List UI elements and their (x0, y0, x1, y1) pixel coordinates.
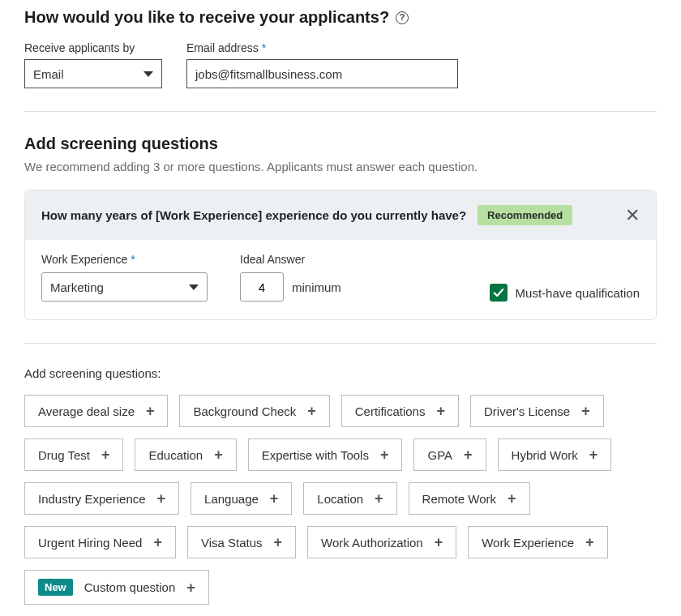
add-questions-label: Add screening questions: (24, 366, 657, 380)
screening-pill[interactable]: Drug Test+ (24, 438, 123, 471)
close-icon[interactable]: ✕ (625, 207, 640, 225)
screening-pill[interactable]: Education+ (135, 438, 236, 471)
receive-fields: Receive applicants by Email Email addres… (24, 41, 657, 88)
screening-helper: We recommend adding 3 or more questions.… (24, 160, 657, 173)
minimum-label: minimum (292, 280, 341, 294)
chevron-down-icon (143, 71, 153, 77)
screening-question-pills: Average deal size+Background Check+Certi… (24, 395, 657, 605)
pill-label: Urgent Hiring Need (38, 536, 142, 550)
pill-label: Visa Status (201, 536, 263, 550)
plus-icon: + (153, 535, 162, 550)
screening-question-card: How many years of [Work Experience] expe… (24, 190, 657, 320)
divider (24, 111, 657, 112)
screening-pill[interactable]: Industry Experience+ (24, 482, 179, 515)
plus-icon: + (464, 447, 473, 462)
screening-pill[interactable]: Work Authorization+ (307, 526, 456, 558)
must-have-label: Must-have qualification (516, 286, 640, 300)
plus-icon: + (508, 491, 516, 506)
required-star: * (131, 253, 135, 266)
email-input[interactable]: jobs@fitsmallbusiness.com (186, 59, 458, 88)
pill-label: GPA (427, 448, 452, 462)
plus-icon: + (589, 447, 598, 462)
receive-by-field: Receive applicants by Email (24, 41, 162, 88)
receive-by-select[interactable]: Email (24, 59, 162, 88)
ideal-answer-row: 4 minimum (240, 272, 341, 302)
screening-pill[interactable]: Language+ (191, 482, 292, 515)
screening-pill[interactable]: Driver's License+ (470, 395, 604, 427)
receive-by-label: Receive applicants by (24, 41, 162, 54)
ideal-answer-label: Ideal Answer (240, 253, 341, 266)
screening-pill[interactable]: Urgent Hiring Need+ (24, 526, 176, 558)
chevron-down-icon (189, 284, 199, 290)
check-icon (493, 287, 504, 298)
question-header: How many years of [Work Experience] expe… (25, 190, 656, 240)
pill-label: Expertise with Tools (262, 448, 369, 462)
email-field-container: Email address* jobs@fitsmallbusiness.com (186, 41, 458, 88)
pill-label: Drug Test (38, 448, 90, 462)
plus-icon: + (186, 580, 195, 595)
plus-icon: + (307, 404, 316, 418)
work-experience-select[interactable]: Marketing (41, 272, 208, 302)
pill-label: Language (204, 492, 259, 506)
must-have-checkbox[interactable] (490, 284, 508, 302)
receive-title-text: How would you like to receive your appli… (24, 8, 389, 27)
plus-icon: + (214, 447, 223, 462)
screening-pill[interactable]: Expertise with Tools+ (248, 438, 403, 471)
screening-pill[interactable]: Certifications+ (341, 395, 459, 427)
work-experience-field: Work Experience* Marketing (41, 253, 208, 302)
receive-applicants-title: How would you like to receive your appli… (24, 8, 657, 27)
screening-pill[interactable]: Remote Work+ (409, 482, 530, 515)
email-value: jobs@fitsmallbusiness.com (195, 67, 342, 81)
help-icon[interactable]: ? (396, 11, 409, 24)
pill-label: Work Experience (482, 536, 574, 550)
pill-label: Driver's License (484, 404, 570, 418)
plus-icon: + (375, 491, 383, 506)
plus-icon: + (101, 447, 110, 462)
custom-question-label: Custom question (84, 580, 176, 594)
must-have-group: Must-have qualification (490, 284, 640, 302)
email-label: Email address* (186, 41, 458, 54)
screening-pill[interactable]: Location+ (303, 482, 396, 515)
ideal-answer-input[interactable]: 4 (240, 272, 284, 302)
screening-pill[interactable]: Visa Status+ (187, 526, 296, 558)
plus-icon: + (270, 491, 279, 506)
screening-pill[interactable]: Work Experience+ (468, 526, 607, 558)
pill-label: Work Authorization (321, 536, 423, 550)
work-experience-label: Work Experience* (41, 253, 208, 266)
plus-icon: + (274, 535, 283, 550)
new-badge: New (38, 579, 73, 596)
question-body: Work Experience* Marketing Ideal Answer … (25, 240, 656, 319)
pill-label: Industry Experience (38, 492, 146, 506)
recommended-badge: Recommended (478, 205, 572, 225)
custom-question-pill[interactable]: NewCustom question+ (24, 570, 209, 605)
pill-label: Education (148, 448, 203, 462)
plus-icon: + (146, 404, 155, 418)
pill-label: Average deal size (38, 404, 135, 418)
plus-icon: + (585, 535, 594, 550)
plus-icon: + (157, 491, 166, 506)
question-text: How many years of [Work Experience] expe… (41, 208, 466, 222)
plus-icon: + (436, 404, 445, 418)
receive-by-value: Email (33, 67, 64, 81)
pill-label: Background Check (193, 404, 296, 418)
ideal-answer-field: Ideal Answer 4 minimum (240, 253, 341, 302)
required-star: * (262, 41, 266, 54)
screening-pill[interactable]: GPA+ (413, 438, 486, 471)
screening-pill[interactable]: Background Check+ (179, 395, 329, 427)
plus-icon: + (435, 535, 443, 550)
pill-label: Remote Work (422, 492, 496, 506)
screening-pill[interactable]: Hybrid Work+ (498, 438, 612, 471)
screening-title: Add screening questions (24, 135, 657, 153)
pill-label: Location (317, 492, 363, 506)
divider (24, 343, 657, 344)
pill-label: Certifications (355, 404, 426, 418)
pill-label: Hybrid Work (512, 448, 578, 462)
work-experience-value: Marketing (50, 280, 104, 294)
plus-icon: + (581, 404, 590, 418)
plus-icon: + (380, 447, 389, 462)
screening-pill[interactable]: Average deal size+ (24, 395, 168, 427)
